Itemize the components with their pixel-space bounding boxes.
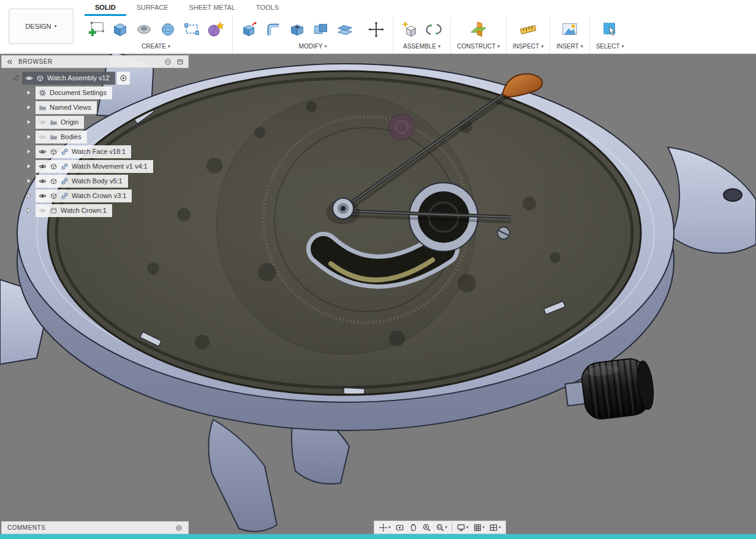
expand-caret-icon[interactable] xyxy=(25,206,33,215)
tree-row-document-settings[interactable]: Document Settings xyxy=(1,86,189,99)
tree-row-watch-movement[interactable]: Watch Movement v1 v4:1 xyxy=(1,159,189,173)
combine-button[interactable] xyxy=(311,19,331,40)
dropdown-caret-icon: ▾ xyxy=(168,44,170,49)
item-label: Watch Movement v1 v4:1 xyxy=(72,162,148,170)
visibility-eye-icon[interactable] xyxy=(39,177,47,185)
browser-tree: Watch Assembly v12 Document Settings Nam… xyxy=(1,68,189,217)
measure-button[interactable] xyxy=(518,19,539,40)
group-label-assemble[interactable]: ASSEMBLE ▾ xyxy=(403,43,440,50)
display-settings-button[interactable]: ▾ xyxy=(455,521,471,533)
toolbar-divider xyxy=(452,523,452,532)
status-strip xyxy=(0,534,756,539)
add-comment-icon[interactable] xyxy=(175,524,183,532)
orbit-button[interactable]: ▾ xyxy=(377,521,393,533)
pattern-button[interactable] xyxy=(181,19,202,40)
create-form-button[interactable] xyxy=(205,19,226,40)
group-label-create[interactable]: CREATE ▾ xyxy=(142,43,170,50)
grid-display-button[interactable]: ▾ xyxy=(471,521,487,533)
create-sketch-button[interactable] xyxy=(86,19,107,40)
ribbon-tabs: SOLID SURFACE SHEET METAL TOOLS xyxy=(85,0,289,16)
zoom-button[interactable] xyxy=(420,521,433,533)
group-label-construct[interactable]: CONSTRUCT ▾ xyxy=(457,43,500,50)
combine-icon xyxy=(312,20,330,39)
box-button[interactable] xyxy=(110,19,130,40)
group-label-inspect[interactable]: INSPECT ▾ xyxy=(513,43,543,50)
tab-surface[interactable]: SURFACE xyxy=(126,0,179,16)
dock-panel-icon[interactable] xyxy=(176,58,184,66)
tree-row-watch-face[interactable]: Watch Face v18:1 xyxy=(1,145,189,158)
folder-icon xyxy=(50,133,58,141)
expand-caret-icon[interactable] xyxy=(25,88,33,97)
toolbar-group-insert: INSERT ▾ xyxy=(550,17,589,53)
gear-icon xyxy=(39,89,47,97)
item-label: Watch Crown v3:1 xyxy=(72,192,126,199)
new-component-button[interactable] xyxy=(399,19,420,40)
expand-caret-icon[interactable] xyxy=(25,177,33,185)
collapse-panel-icon[interactable] xyxy=(6,58,13,66)
group-label-insert[interactable]: INSERT ▾ xyxy=(556,43,583,50)
item-label: Named Views xyxy=(50,104,91,111)
workspace-switcher[interactable]: DESIGN ▾ xyxy=(9,9,74,44)
box-icon xyxy=(111,20,129,39)
balance-wheel[interactable] xyxy=(389,114,415,140)
dial-screw xyxy=(497,227,510,239)
tree-row-watch-crown-component[interactable]: Watch Crown v3:1 xyxy=(1,189,189,202)
comments-panel[interactable]: COMMENTS xyxy=(1,521,189,534)
tab-solid[interactable]: SOLID xyxy=(85,0,126,16)
visibility-eye-off-icon[interactable] xyxy=(39,133,47,141)
visibility-eye-icon[interactable] xyxy=(39,148,47,156)
insert-canvas-button[interactable] xyxy=(559,19,580,40)
press-pull-button[interactable] xyxy=(239,19,260,40)
toolbar-group-construct: CONSTRUCT ▾ xyxy=(450,17,506,53)
tree-row-root[interactable]: Watch Assembly v12 xyxy=(1,71,189,85)
joint-button[interactable] xyxy=(423,19,444,40)
tree-row-watch-crown-body[interactable]: Watch Crown:1 xyxy=(1,204,189,217)
tree-row-bodies[interactable]: Bodies xyxy=(1,130,189,143)
collapse-all-icon[interactable] xyxy=(164,58,172,66)
tree-row-origin[interactable]: Origin xyxy=(1,115,189,129)
look-at-button[interactable] xyxy=(393,521,406,533)
visibility-eye-icon[interactable] xyxy=(39,192,47,200)
expand-caret-icon[interactable] xyxy=(25,147,33,156)
viewports-button[interactable]: ▾ xyxy=(487,521,503,533)
visibility-eye-off-icon[interactable] xyxy=(39,118,47,126)
expand-caret-icon[interactable] xyxy=(25,132,33,141)
group-label-select[interactable]: SELECT ▾ xyxy=(596,43,624,50)
expand-caret-icon[interactable] xyxy=(25,162,33,170)
tab-sheet-metal[interactable]: SHEET METAL xyxy=(179,0,246,16)
offset-face-button[interactable] xyxy=(335,19,355,40)
expand-caret-icon[interactable] xyxy=(25,191,33,200)
pan-icon xyxy=(409,523,418,532)
visibility-eye-off-icon[interactable] xyxy=(39,207,47,215)
dropdown-caret-icon: ▾ xyxy=(388,525,391,530)
torus-button[interactable] xyxy=(134,19,154,40)
group-label-modify[interactable]: MODIFY ▾ xyxy=(299,43,327,50)
pan-button[interactable] xyxy=(407,521,420,533)
component-label: Watch Assembly v12 xyxy=(47,74,110,82)
shell-button[interactable] xyxy=(287,19,308,40)
activate-component-radio[interactable] xyxy=(117,72,130,85)
display-settings-icon xyxy=(456,523,466,532)
select-button[interactable] xyxy=(600,19,621,40)
dropdown-caret-icon: ▾ xyxy=(324,44,327,49)
sphere-button[interactable] xyxy=(157,19,178,40)
create-sketch-icon xyxy=(87,20,105,39)
visibility-eye-icon[interactable] xyxy=(39,162,47,170)
tree-row-watch-body[interactable]: Watch Body v5:1 xyxy=(1,174,189,188)
insert-canvas-icon xyxy=(561,20,579,39)
visibility-eye-icon[interactable] xyxy=(25,74,33,82)
construction-plane-button[interactable] xyxy=(468,19,489,40)
root-expander-icon[interactable] xyxy=(11,74,20,82)
fillet-button[interactable] xyxy=(263,19,284,40)
grid-icon xyxy=(473,523,482,532)
expand-caret-icon[interactable] xyxy=(25,103,33,112)
tree-row-named-views[interactable]: Named Views xyxy=(1,101,189,114)
component-icon xyxy=(50,162,58,170)
dropdown-caret-icon: ▾ xyxy=(497,44,500,49)
press-pull-icon xyxy=(240,20,259,39)
expand-caret-icon[interactable] xyxy=(25,118,33,126)
window-zoom-icon xyxy=(436,523,445,532)
window-zoom-button[interactable]: ▾ xyxy=(434,521,450,533)
move-copy-button[interactable] xyxy=(366,19,387,40)
tab-tools[interactable]: TOOLS xyxy=(246,0,289,16)
